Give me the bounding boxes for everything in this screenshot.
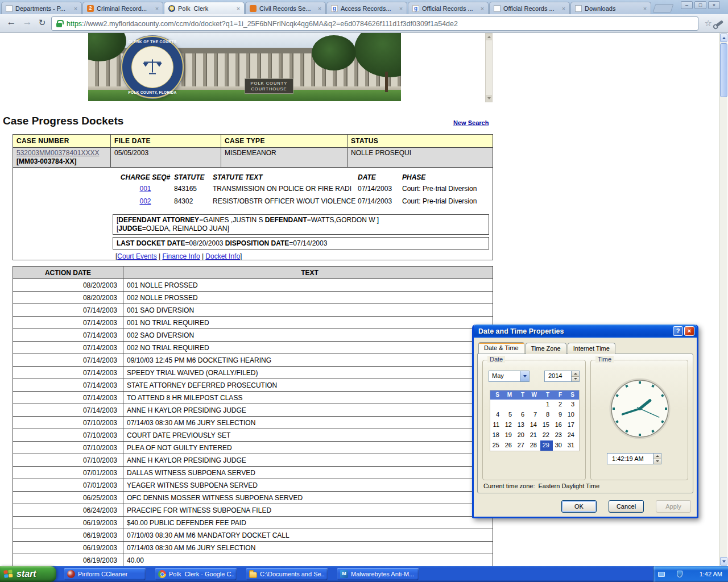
calendar-day[interactable]: 26 [503,440,515,451]
case-number-link[interactable]: 532003MM00378401XXXX [16,149,99,157]
scroll-down-icon[interactable] [720,557,727,566]
window-restore-button[interactable]: □ [694,1,706,9]
calendar-day[interactable]: 8 [540,410,553,420]
calendar-day[interactable]: 28 [528,440,540,451]
taskbar-button[interactable]: Malwarebytes Anti-M... [337,568,419,580]
docket-info-link[interactable]: Docket Info [205,252,240,260]
calendar-day[interactable]: 1 [540,400,553,410]
court-events-link[interactable]: Court Events [117,252,156,260]
year-up-icon[interactable] [572,371,579,377]
malwarebytes-tray-icon[interactable] [668,571,674,577]
calendar-day[interactable]: 19 [503,430,515,440]
calendar-day[interactable]: 17 [565,420,578,430]
year-spinner[interactable]: 2014 [544,371,580,382]
apply-button[interactable]: Apply [656,500,691,513]
calendar-day[interactable]: 13 [515,420,528,430]
calendar-day[interactable]: 21 [528,430,540,440]
calendar-day[interactable]: 24 [565,430,578,440]
calendar-day[interactable]: 5 [503,410,515,420]
cancel-button[interactable]: Cancel [609,500,644,513]
time-value-field[interactable]: 1:42:19 AM [607,453,653,464]
month-dropdown-icon[interactable] [520,371,529,381]
tab-close-icon[interactable]: × [316,5,323,12]
year-down-icon[interactable] [572,377,579,382]
calendar-day[interactable]: 25 [490,440,503,451]
new-tab-button[interactable] [653,4,674,13]
tab-internet-time[interactable]: Internet Time [568,343,615,354]
browser-tab[interactable]: Downloads × [570,2,651,14]
taskbar-button[interactable]: Piriform CCleaner [64,568,146,580]
dialog-title-bar[interactable]: Date and Time Properties ? × [474,325,697,338]
tab-time-zone[interactable]: Time Zone [526,343,566,354]
finance-info-link[interactable]: Finance Info [163,252,200,260]
time-down-icon[interactable] [653,459,661,464]
calendar-day[interactable]: 23 [553,430,565,440]
scroll-up-icon[interactable] [720,34,727,42]
calendar-day[interactable]: 30 [553,440,565,451]
refresh-button[interactable]: ↻ [35,18,49,28]
browser-tab[interactable]: 2 Criminal Record... × [82,2,163,14]
calendar-day[interactable]: 11 [490,420,503,430]
browser-scrollbar[interactable] [719,33,727,566]
calendar-day[interactable]: 18 [490,430,503,440]
calendar-day[interactable]: 7 [528,410,540,420]
calendar-day[interactable]: 6 [515,410,528,420]
month-select[interactable]: May [489,371,530,382]
frame-scrollbar[interactable] [485,33,493,102]
calendar-day[interactable]: 9 [553,410,565,420]
calendar-day[interactable]: 27 [515,440,528,451]
wrench-menu-icon[interactable] [715,20,723,27]
calendar-day[interactable] [490,400,503,410]
calendar-day[interactable]: 22 [540,430,553,440]
charge-seq-link[interactable]: 002 [139,197,151,205]
tab-close-icon[interactable]: × [642,5,648,12]
back-button[interactable]: ← [5,16,18,28]
calendar-day[interactable]: 10 [565,410,578,420]
browser-tab[interactable]: Departments - P... × [1,2,82,14]
ok-button[interactable]: OK [561,500,597,513]
security-shield-icon[interactable] [677,571,682,577]
address-bar[interactable]: https://www2.myfloridacounty.com/ccm/do/… [51,16,698,31]
network-icon[interactable] [658,572,665,577]
time-up-icon[interactable] [653,454,661,459]
calendar-day[interactable] [528,400,540,410]
window-close-button[interactable]: × [708,1,720,9]
calendar-day[interactable] [503,400,515,410]
calendar-day[interactable]: 3 [565,400,578,410]
charge-seq-link[interactable]: 001 [139,185,151,193]
new-search-link[interactable]: New Search [453,119,489,126]
calendar-day[interactable]: 31 [565,440,578,451]
calendar-day[interactable]: 16 [553,420,565,430]
tab-close-icon[interactable]: × [398,5,404,12]
browser-tab[interactable]: g Official Records ... × [408,2,489,14]
window-minimize-button[interactable]: – [681,1,693,9]
dialog-help-button[interactable]: ? [673,326,683,336]
tab-close-icon[interactable]: × [72,5,79,12]
dialog-close-button[interactable]: × [684,326,694,336]
scrollbar-thumb[interactable] [720,43,727,97]
start-button[interactable]: start [0,566,56,582]
calendar-day[interactable]: 12 [503,420,515,430]
tray-clock[interactable]: 1:42 AM [700,571,722,577]
frame-scroll-down-icon[interactable] [486,95,492,102]
browser-tab[interactable]: g Access Records... × [326,2,407,14]
forward-button[interactable]: → [20,16,34,28]
taskbar-button[interactable]: C:\Documents and Se... [246,568,328,580]
frame-scroll-up-icon[interactable] [486,34,492,40]
browser-tab[interactable]: Civil Records Se... × [245,2,326,14]
tab-close-icon[interactable]: × [235,5,242,12]
calendar-day[interactable]: 15 [540,420,553,430]
tab-close-icon[interactable]: × [154,5,160,12]
tab-close-icon[interactable]: × [479,5,486,12]
calendar-day[interactable]: 4 [490,410,503,420]
calendar-day[interactable]: 2 [553,400,565,410]
browser-tab[interactable]: Official Records ... × [489,2,570,14]
calendar-day[interactable] [515,400,528,410]
tab-date-time[interactable]: Date & Time [478,342,524,354]
bookmark-star-icon[interactable]: ☆ [705,18,712,28]
calendar-day[interactable]: 14 [528,420,540,430]
taskbar-button[interactable]: Polk Clerk - Google C... [155,568,237,580]
tab-close-icon[interactable]: × [560,5,567,12]
calendar-day[interactable]: 29 [540,440,553,451]
calendar-day[interactable]: 20 [515,430,528,440]
